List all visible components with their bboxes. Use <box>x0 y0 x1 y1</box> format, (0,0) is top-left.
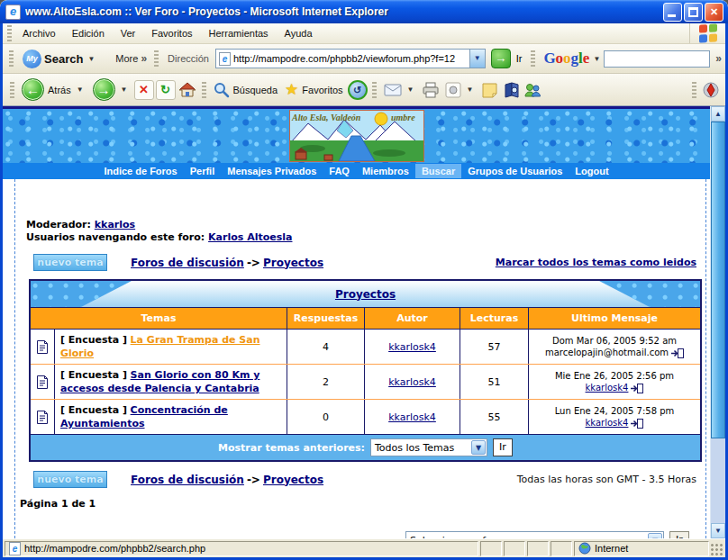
goto-last-post-icon[interactable] <box>631 384 643 393</box>
breadcrumb-current-link[interactable]: Proyectos <box>263 257 323 269</box>
last-post-author-link[interactable]: kkarlosk4 <box>586 418 629 428</box>
forum-jump-go-button[interactable]: Ir <box>669 531 689 538</box>
menu-herramientas[interactable]: Herramientas <box>201 24 277 42</box>
moderator-line: Moderador: kkarlos <box>26 219 698 231</box>
forumnav-faq[interactable]: FAQ <box>323 164 356 178</box>
forumnav-buscar[interactable]: Buscar <box>415 164 461 178</box>
chevron-down-icon[interactable]: ▼ <box>119 86 130 94</box>
favorites-button[interactable]: ★ Favoritos <box>282 81 346 99</box>
scroll-down-button[interactable]: ▼ <box>711 523 725 538</box>
chevron-down-icon[interactable]: ▼ <box>465 86 476 94</box>
forum-title-link[interactable]: Proyectos <box>335 288 396 301</box>
toolbar-overflow-chevron[interactable]: » <box>715 52 722 65</box>
forum-content: Moderador: kkarlos Usuarios navengando e… <box>14 179 706 538</box>
address-input[interactable]: e http://mampodre.com/phpbb2/viewforum.p… <box>215 49 486 68</box>
goto-last-post-icon[interactable] <box>671 348 684 358</box>
mail-button[interactable]: ▼ <box>381 84 419 96</box>
close-button[interactable]: ✕ <box>705 3 723 22</box>
adobe-pdf-button[interactable] <box>701 81 721 99</box>
menu-favoritos[interactable]: Favoritos <box>143 24 200 42</box>
forumnav-mensajes-privados[interactable]: Mensajes Privados <box>221 164 323 178</box>
print-button[interactable] <box>421 81 441 99</box>
moderator-link[interactable]: kkarlos <box>95 219 135 230</box>
go-label[interactable]: Ir <box>514 53 526 64</box>
forumnav-indice[interactable]: Indice de Foros <box>97 164 183 178</box>
menu-ver[interactable]: Ver <box>113 24 144 42</box>
breadcrumb-current-link[interactable]: Proyectos <box>263 474 323 486</box>
vertical-scrollbar[interactable]: ▲ ▼ <box>710 106 725 538</box>
go-button[interactable]: → <box>491 49 511 68</box>
forumnav-grupos[interactable]: Grupos de Usuarios <box>461 164 569 178</box>
show-topics-select[interactable]: Todos los Temas ▼ <box>370 438 487 456</box>
notepad-icon <box>481 82 498 98</box>
forum-nav-bar: Indice de Foros Perfil Mensajes Privados… <box>3 163 710 179</box>
search-button[interactable]: Búsqueda <box>211 82 281 98</box>
banner-corner-right <box>599 281 700 307</box>
new-topic-button[interactable]: nuevo tema <box>33 471 107 488</box>
breadcrumb-root-link[interactable]: Foros de discusión <box>131 257 244 269</box>
mysearch-more-button[interactable]: More » <box>103 52 149 65</box>
google-search-input[interactable] <box>604 50 710 68</box>
forumnav-miembros[interactable]: Miembros <box>356 164 415 178</box>
stop-button[interactable]: ✕ <box>134 80 154 100</box>
toolbar-grip[interactable] <box>154 50 159 67</box>
mark-read-link[interactable]: Marcar todos los temas como leidos <box>496 257 696 268</box>
last-post-author-link[interactable]: kkarlosk4 <box>586 383 629 393</box>
topics-table: Proyectos Temas Respuestas Autor Lectura… <box>29 279 702 462</box>
resize-grip[interactable] <box>711 543 723 556</box>
topic-author-link[interactable]: kkarlosk4 <box>388 376 436 388</box>
new-topic-button[interactable]: nuevo tema <box>33 254 107 271</box>
toolbar-grip[interactable] <box>9 50 14 67</box>
toolbar-grip[interactable] <box>202 82 206 98</box>
col-autor: Autor <box>364 308 460 329</box>
last-post-date: Mie Ene 26, 2005 2:56 pm <box>555 370 674 382</box>
toolbar-grip[interactable] <box>531 50 535 67</box>
forward-button[interactable]: → ▼ <box>90 78 132 101</box>
forum-jump-select[interactable]: Seleccione un foro ▼ <box>405 531 664 538</box>
refresh-button[interactable]: ↻ <box>156 80 176 100</box>
forum-banner[interactable]: Alto Esla, Valdeón umbre <box>289 110 424 162</box>
scroll-up-button[interactable]: ▲ <box>711 106 725 122</box>
toolbar-grip[interactable] <box>10 82 14 98</box>
goto-last-post-icon[interactable] <box>631 419 643 429</box>
browsing-user-link[interactable]: Karlos Altoesla <box>208 231 292 243</box>
window-title: www.AltoEsla.com :: Ver Foro - Proyectos… <box>25 5 663 18</box>
home-button[interactable] <box>177 81 197 99</box>
address-dropdown-button[interactable]: ▼ <box>469 50 485 68</box>
chevron-down-icon[interactable]: ▼ <box>591 55 602 63</box>
forumnav-perfil[interactable]: Perfil <box>184 164 222 178</box>
toolbar-grip[interactable] <box>372 82 377 98</box>
maximize-button[interactable] <box>684 3 703 22</box>
scrollbar-thumb[interactable] <box>711 122 725 438</box>
forumnav-logout[interactable]: Logout <box>569 164 614 178</box>
research-button[interactable] <box>501 81 521 99</box>
page-icon: e <box>219 52 231 66</box>
scrollbar-track[interactable] <box>711 438 725 523</box>
menu-edicion[interactable]: Edición <box>64 24 113 42</box>
minimize-button[interactable] <box>663 3 682 22</box>
edit-button[interactable]: ▼ <box>442 82 478 98</box>
back-button[interactable]: ← Atrás ▼ <box>19 78 88 101</box>
browser-viewport: Alto Esla, Valdeón umbre Indice de Foros… <box>3 106 725 538</box>
mail-icon <box>384 84 402 96</box>
notes-button[interactable] <box>479 81 499 99</box>
toolbar-grip[interactable] <box>692 82 696 98</box>
messenger-icon <box>523 82 541 98</box>
topic-author-link[interactable]: kkarlosk4 <box>388 341 436 353</box>
breadcrumb-root-link[interactable]: Foros de discusión <box>131 474 244 486</box>
col-lecturas: Lecturas <box>460 308 528 329</box>
col-respuestas: Respuestas <box>287 308 364 329</box>
topic-author-link[interactable]: kkarlosk4 <box>388 411 436 423</box>
select-arrow-icon[interactable]: ▼ <box>648 533 662 538</box>
chevron-down-icon[interactable]: ▼ <box>405 86 416 94</box>
toolbar-grip[interactable] <box>7 25 12 41</box>
chevron-down-icon[interactable]: ▼ <box>75 86 86 94</box>
show-topics-go-button[interactable]: Ir <box>493 438 513 456</box>
menu-archivo[interactable]: Archivo <box>14 24 64 42</box>
menu-ayuda[interactable]: Ayuda <box>277 24 321 42</box>
history-button[interactable]: ↺ <box>348 80 368 100</box>
select-arrow-icon[interactable]: ▼ <box>471 440 486 455</box>
chevron-down-icon[interactable]: ▼ <box>86 55 96 63</box>
mysearch-button[interactable]: My Search ▼ <box>19 50 100 68</box>
messenger-button[interactable] <box>523 81 542 99</box>
